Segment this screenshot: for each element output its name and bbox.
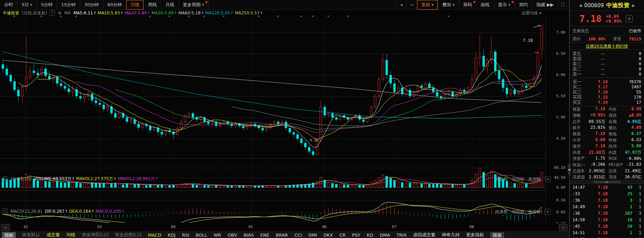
tick-qty: 20	[618, 224, 632, 229]
indicator-item-11[interactable]: OBV	[228, 233, 237, 238]
sell-qty: 0	[621, 62, 641, 66]
tick-price: 7.18	[588, 198, 618, 203]
tool-button-2[interactable]: 复权▼	[417, 0, 438, 10]
macd-menu-item-1[interactable]: 加指标	[512, 209, 524, 215]
detail-value: 7.18	[595, 107, 605, 112]
indicator-item-3[interactable]: 均线	[66, 232, 75, 238]
help-icon[interactable]: ?	[2, 209, 8, 214]
indicator-item-16[interactable]: DMI	[308, 233, 317, 238]
indicator-item-5[interactable]: 资金趋势[L2]	[115, 232, 142, 238]
help-icon[interactable]: ?	[2, 176, 8, 182]
indicator-item-2[interactable]: 成交量	[47, 232, 60, 238]
tool-button-6[interactable]: 显示▼	[494, 0, 515, 10]
indicator-item-1[interactable]: 恢复默认	[22, 232, 40, 238]
add-to-watchlist-button[interactable]: +	[626, 15, 633, 22]
ma-settings-button[interactable]: 设置均线 ▾	[521, 10, 541, 16]
next-stock-icon[interactable]: ▶	[632, 3, 635, 8]
detail-label: 总手	[572, 119, 581, 125]
detail-cell: 最新7.18	[572, 107, 605, 112]
prev-stock-icon[interactable]: ◀	[579, 3, 582, 8]
level2-promo-link[interactable]: 仅需20元查看十档行情	[586, 43, 628, 49]
detail-label: 最低	[609, 131, 617, 137]
macd-menu-item-0[interactable]: 改参数	[495, 209, 508, 215]
volume-menu-item-2[interactable]: 换指标	[528, 176, 541, 182]
period-button-label: 60分钟	[107, 2, 122, 8]
indicator-item-10[interactable]: WR	[214, 233, 221, 238]
help-icon[interactable]: ?	[50, 10, 55, 16]
indicator-item-12[interactable]: BIAS	[244, 233, 254, 238]
period-button-5[interactable]: 60分钟	[103, 0, 127, 10]
period-button-7[interactable]: 周线	[144, 0, 161, 10]
detail-value: -9.08%	[627, 156, 641, 161]
period-button-2[interactable]: 5分钟	[37, 0, 57, 10]
tool-button-8[interactable]: 隐藏 ▶▶	[532, 0, 558, 10]
macd-value: DIF:0.267↑	[45, 209, 68, 214]
volume-menu-item-0[interactable]: 改参数	[495, 176, 508, 182]
change-value: +0.65	[606, 14, 622, 19]
indicator-item-8[interactable]: RSI	[182, 233, 189, 238]
indicator-item-26[interactable]: 模板	[490, 232, 504, 238]
indicator-item-7[interactable]: KDJ	[168, 233, 175, 238]
tool-button-7[interactable]: 简约	[515, 0, 532, 10]
volume-menu-item-1[interactable]: 加指标	[512, 176, 524, 182]
quote-panel: ◀ 000609 中迪投资 ▶ 7.18 +0.65 +9.95% + 交易状态…	[569, 0, 644, 238]
period-button-3[interactable]: 15分钟	[57, 0, 80, 10]
indicator-item-17[interactable]: DKX	[323, 233, 333, 238]
buy-price: 7.16	[584, 90, 621, 95]
indicator-item-21[interactable]: DMA	[379, 233, 390, 238]
indicator-item-9[interactable]: BOLL	[196, 233, 207, 238]
tool-button-1[interactable]: −	[407, 0, 417, 10]
tool-button-3[interactable]: 叠加▼	[438, 0, 459, 10]
tool-button-label: 简约	[519, 2, 528, 8]
indicator-item-22[interactable]: TRIX	[397, 233, 407, 238]
indicator-item-19[interactable]: PSY	[352, 233, 360, 238]
indicator-item-0[interactable]: 指标	[2, 232, 16, 238]
detail-cell: 金额4.85亿	[605, 119, 642, 125]
event-marker-icon: ✳	[168, 15, 171, 18]
indicator-item-20[interactable]: KD	[367, 233, 373, 238]
detail-value: 4.85亿	[627, 119, 641, 125]
period-button-9[interactable]: 更多周期▼	[179, 0, 208, 10]
sell-qty: 0	[621, 67, 641, 72]
tool-button-4[interactable]: 筹码	[459, 0, 476, 10]
detail-cell: ROE-9.08%	[605, 156, 642, 161]
indicator-item-13[interactable]: ENE	[260, 233, 269, 238]
tick-price: 7.18	[588, 185, 618, 190]
change-percent: +9.95%	[606, 19, 622, 24]
indicator-item-6[interactable]: MACD	[148, 233, 161, 238]
period-button-0[interactable]: 分时	[0, 0, 17, 10]
detail-cell: 涨停7.18	[572, 143, 605, 149]
period-button-8[interactable]: 月线	[161, 0, 179, 10]
detail-value: +9.95%	[590, 113, 605, 118]
indicator-item-4[interactable]: 资金博弈[L2]	[82, 232, 108, 238]
detail-cell: 最高7.18	[572, 131, 605, 137]
detail-label: 涨幅	[572, 113, 581, 118]
detail-label: 涨跌	[609, 113, 617, 118]
indicator-item-18[interactable]: CR	[339, 233, 346, 238]
detail-value: 7.18	[595, 143, 605, 149]
panel-collapse-handle[interactable]: ◀	[568, 164, 571, 175]
scroll-left-button[interactable]: «	[1, 224, 10, 231]
tool-button-0[interactable]: +	[396, 0, 407, 10]
tool-button-label: 复权	[421, 2, 430, 8]
indicator-item-24[interactable]: 神奇九转	[442, 232, 460, 238]
indicator-item-23[interactable]: 虚拟成交量	[413, 232, 435, 238]
tool-button-9[interactable]: ⛶	[558, 0, 567, 10]
indicator-item-25[interactable]: 更多指标	[466, 232, 484, 238]
detail-cell: 总股本2.993亿	[572, 168, 605, 174]
tick-list: 14:477.18431:337.18251:367.183114:497.18…	[570, 184, 644, 238]
period-button-6[interactable]: 日线	[126, 0, 144, 10]
candlestick-chart-canvas[interactable]	[0, 16, 569, 223]
indicator-item-15[interactable]: CCI	[294, 233, 302, 238]
scroll-right-button[interactable]: »	[559, 224, 568, 231]
tool-button-5[interactable]: 画线	[476, 0, 494, 10]
macd-menu-item-2[interactable]: 换指标	[528, 209, 541, 215]
period-button-4[interactable]: 30分钟	[80, 0, 103, 10]
indicator-item-14[interactable]: BRAR	[276, 233, 288, 238]
period-button-1[interactable]: 5日▼	[17, 0, 37, 10]
panel-splitter[interactable]: ▲	[570, 180, 644, 184]
close-icon[interactable]: ✕	[545, 209, 551, 215]
close-icon[interactable]: ✕	[545, 176, 551, 182]
macd-pane-header: ? MACD(12,26,9) DIF:0.267↑ DEA:0.164↑ MA…	[2, 209, 125, 214]
ma-value: MA20:5.80↑	[125, 11, 150, 15]
